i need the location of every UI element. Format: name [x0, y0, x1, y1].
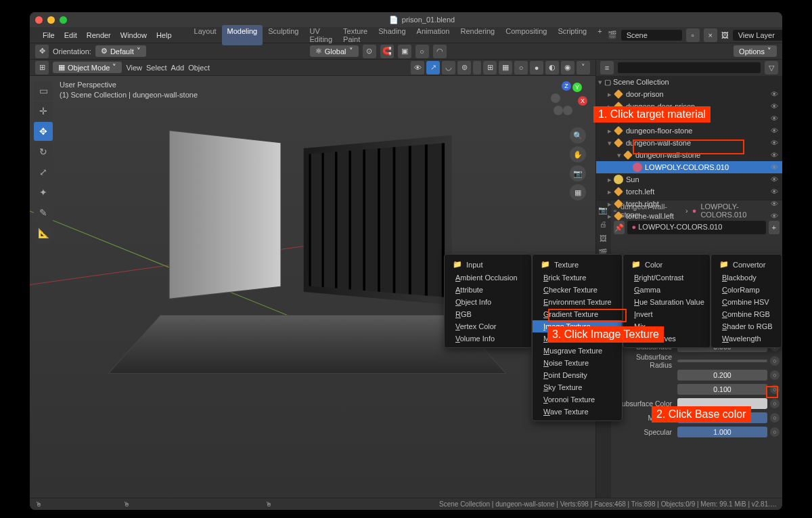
eye-icon[interactable]: 👁 — [771, 90, 778, 98]
menu-window[interactable]: Window — [116, 29, 152, 41]
camera-icon[interactable]: 📷 — [570, 165, 586, 181]
ws-compositing[interactable]: Compositing — [500, 25, 552, 45]
ws-modeling[interactable]: Modeling — [222, 25, 263, 45]
value-slider[interactable] — [677, 360, 767, 362]
eye-icon[interactable]: 👁 — [771, 212, 778, 220]
proportional-icon[interactable]: ○ — [415, 45, 429, 58]
eye-icon[interactable]: 👁 — [771, 175, 778, 184]
outliner-row[interactable]: ▸door-prison👁 — [596, 88, 782, 100]
orientation-gizmo[interactable]: Y Z X — [549, 84, 587, 122]
menu-add[interactable]: Add — [171, 64, 185, 72]
scene-close-icon[interactable]: × — [704, 28, 717, 42]
transform-orientation[interactable]: ⚛ Global ˅ — [310, 45, 359, 57]
tool-scale[interactable]: ⤢ — [34, 163, 53, 181]
menu-item[interactable]: Invert — [623, 308, 710, 320]
maximize-icon[interactable] — [60, 16, 67, 24]
menu-item[interactable]: Bright/Contrast — [623, 272, 710, 284]
menu-item[interactable]: Environment Texture — [533, 296, 622, 308]
orientation-selector[interactable]: ⚙ Default ˅ — [95, 45, 146, 57]
ws-uvediting[interactable]: UV Editing — [304, 25, 338, 45]
pan-icon[interactable]: ✋ — [570, 146, 586, 163]
ws-shading[interactable]: Shading — [373, 25, 411, 45]
outliner-search[interactable] — [618, 62, 761, 73]
snap-target-icon[interactable]: ▣ — [398, 45, 411, 58]
menu-item[interactable]: Brick Texture — [533, 272, 622, 284]
viewlayer-selector[interactable]: View Layer — [733, 30, 782, 41]
tool-move[interactable]: ✥ — [34, 122, 53, 141]
node-link-icon[interactable]: ○ — [770, 356, 780, 366]
tool-measure[interactable]: 📐 — [34, 223, 53, 242]
axis-y-icon[interactable]: Y — [572, 83, 582, 92]
overlays-dropdown-icon[interactable]: ⊞ — [483, 61, 497, 74]
proportional-falloff-icon[interactable]: ◠ — [433, 45, 447, 58]
shading-wireframe-icon[interactable]: ○ — [514, 61, 528, 74]
menu-select[interactable]: Select — [146, 64, 167, 72]
eye-icon[interactable]: 👁 — [771, 188, 778, 196]
eye-icon[interactable]: 👁 — [771, 114, 778, 123]
scene-selector[interactable]: Scene — [621, 30, 682, 41]
tab-viewlayer[interactable]: 🖼 — [596, 232, 610, 245]
axis-x-icon[interactable]: X — [578, 96, 587, 106]
menu-item[interactable]: Blackbody — [711, 272, 782, 284]
eye-icon[interactable]: 👁 — [771, 200, 778, 208]
menu-item[interactable]: Vertex Color — [445, 320, 531, 332]
ws-rendering[interactable]: Rendering — [455, 25, 500, 45]
menu-item[interactable]: RGB — [445, 308, 531, 320]
eye-icon[interactable]: 👁 — [771, 102, 778, 110]
minimize-icon[interactable] — [47, 16, 55, 24]
menu-item[interactable]: Volume Info — [445, 332, 531, 345]
editor-type-icon[interactable]: ✥ — [35, 45, 49, 58]
ws-sculpting[interactable]: Sculpting — [263, 25, 304, 45]
filter-icon[interactable]: ▽ — [765, 61, 778, 74]
menu-item[interactable]: Voronoi Texture — [533, 393, 622, 406]
node-link-icon[interactable]: ○ — [770, 370, 780, 380]
zoom-icon[interactable]: 🔍 — [570, 127, 586, 144]
eye-icon[interactable]: 👁 — [771, 151, 778, 159]
options-dropdown[interactable]: Options ˅ — [734, 45, 777, 57]
value-slider[interactable]: 0.100 — [677, 384, 767, 395]
menu-item[interactable]: Noise Texture — [533, 357, 622, 369]
outliner-row[interactable]: ▸torch.left👁 — [596, 186, 782, 198]
editor-type-icon[interactable]: ⊞ — [35, 61, 49, 74]
menu-object[interactable]: Object — [188, 64, 210, 72]
window-controls[interactable] — [35, 16, 67, 24]
overlays-toggle-icon[interactable]: ⊚ — [457, 61, 471, 74]
menu-render[interactable]: Render — [82, 29, 116, 41]
pin-icon[interactable]: 📌 — [614, 221, 625, 234]
node-link-icon[interactable]: ○ — [770, 399, 780, 408]
outliner-row[interactable]: LOWPOLY-COLORS.010👁 — [596, 161, 782, 173]
shading-rendered-icon[interactable]: ◉ — [561, 61, 574, 74]
menu-item[interactable]: Combine RGB — [711, 308, 782, 320]
tool-annotate[interactable]: ✎ — [34, 203, 53, 222]
value-slider[interactable]: 0.200 — [677, 370, 767, 381]
menu-file[interactable]: File — [38, 29, 60, 41]
node-link-icon[interactable]: ○ — [770, 427, 780, 437]
menu-view[interactable]: View — [126, 64, 142, 72]
menu-item[interactable]: Point Density — [533, 369, 622, 381]
eye-icon[interactable]: 👁 — [771, 139, 778, 147]
scene-browse-icon[interactable]: ▫ — [686, 28, 700, 42]
ws-texturepaint[interactable]: Texture Paint — [338, 25, 373, 45]
axis-neg-icon[interactable] — [563, 106, 572, 115]
add-slot-button[interactable]: + — [769, 221, 780, 234]
snap-icon[interactable]: 🧲 — [380, 45, 394, 58]
tool-select[interactable]: ▭ — [34, 81, 53, 100]
xray-icon[interactable]: ▦ — [499, 61, 512, 74]
shading-dropdown-icon[interactable]: ˅ — [577, 61, 590, 74]
tool-transform[interactable]: ✦ — [34, 183, 53, 202]
menu-item[interactable]: Hue Saturation Value — [623, 296, 710, 308]
gizmo-arc-icon[interactable]: ◡ — [442, 61, 455, 74]
axis-neg-icon[interactable] — [554, 106, 563, 115]
menu-item[interactable]: Combine HSV — [711, 296, 782, 308]
shading-solid-icon[interactable]: ● — [530, 61, 543, 74]
selectability-icon[interactable]: 👁 — [411, 61, 424, 74]
menu-item[interactable]: Ambient Occlusion — [445, 272, 531, 284]
material-slot[interactable]: ● LOWPOLY-COLORS.010 — [627, 221, 765, 234]
perspective-icon[interactable]: ▦ — [570, 184, 586, 200]
menu-edit[interactable]: Edit — [60, 29, 82, 41]
axis-z-icon[interactable]: Z — [562, 81, 571, 91]
outliner-collection[interactable]: ▾▢ Scene Collection — [596, 76, 782, 88]
menu-item[interactable]: Wavelength — [711, 332, 782, 345]
menu-item[interactable]: ColorRamp — [711, 284, 782, 296]
tool-rotate[interactable]: ↻ — [34, 142, 53, 161]
